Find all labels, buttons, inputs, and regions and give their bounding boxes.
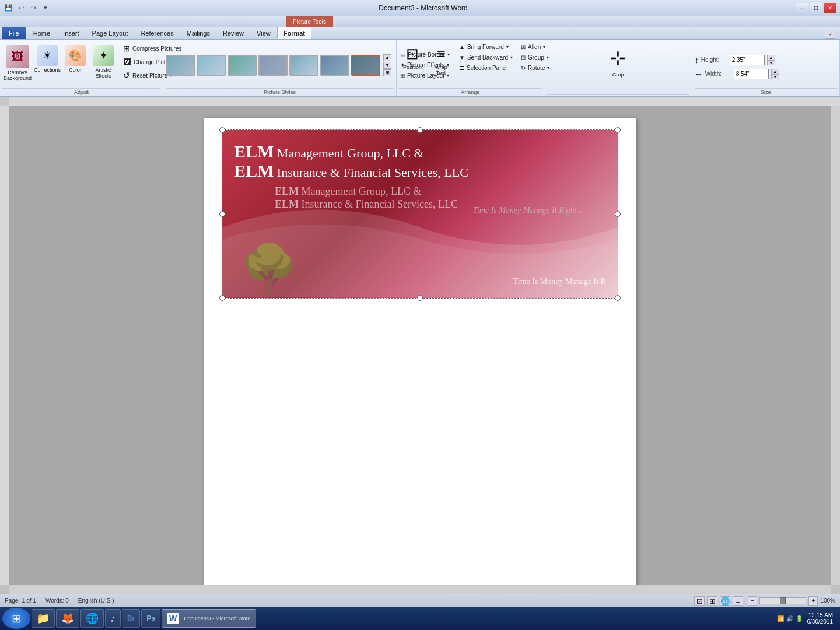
status-left: Page: 1 of 1 Words: 0 English (U.S.) xyxy=(5,597,114,604)
position-btn[interactable]: ⊡ Position xyxy=(399,42,426,79)
page-content[interactable] xyxy=(222,304,618,584)
tab-home[interactable]: Home xyxy=(27,27,57,39)
start-btn[interactable]: ⊞ xyxy=(2,608,30,629)
color-btn[interactable]: 🎨 Color xyxy=(62,42,89,76)
view-btns: ⊡ ⊞ 🌐 ≡ xyxy=(694,596,743,606)
selection-pane-label: Selection Pane xyxy=(467,65,506,71)
taskbar-files-btn[interactable]: 📁 xyxy=(32,609,55,628)
selection-pane-btn[interactable]: ☰ Selection Pane xyxy=(456,63,516,73)
style-thumb-4[interactable] xyxy=(258,55,288,76)
color-icon: 🎨 xyxy=(65,45,86,66)
height-input[interactable] xyxy=(730,55,765,65)
picture-styles-group: ▲ ▼ ⊞ ▭ Picture Border ▾ ✦ P xyxy=(163,40,397,96)
gallery-down-btn[interactable]: ▼ xyxy=(383,62,391,69)
height-up-btn[interactable]: ▲ xyxy=(767,55,775,60)
artistic-effects-btn[interactable]: ✦ ArtisticEffects xyxy=(90,42,117,82)
height-down-btn[interactable]: ▼ xyxy=(767,60,775,65)
ribbon-help-btn[interactable]: ? xyxy=(825,30,835,39)
width-up-btn[interactable]: ▲ xyxy=(771,69,779,74)
words-info: Words: 0 xyxy=(46,597,69,604)
files-icon: 📁 xyxy=(37,612,50,625)
zoom-thumb[interactable] xyxy=(780,597,786,604)
taskbar-photoshop-btn[interactable]: Ps xyxy=(141,609,160,628)
tab-format[interactable]: Format xyxy=(277,27,312,39)
gallery-up-btn[interactable]: ▲ xyxy=(383,54,391,61)
image-container[interactable]: 🌳 ELM Management Group, LLC & ELM Insura… xyxy=(222,130,618,299)
corrections-btn[interactable]: ☀ Corrections xyxy=(34,42,61,76)
scrollbar-horizontal[interactable] xyxy=(9,584,831,594)
taskbar: ⊞ 📁 🦊 🌐 ♪ Br Ps W Document3 - Microsoft … xyxy=(0,607,840,630)
letterhead-text-top: ELM Management Group, LLC & ELM Insuranc… xyxy=(234,142,468,180)
tab-review[interactable]: Review xyxy=(216,27,250,39)
view-print-btn[interactable]: ⊡ xyxy=(694,596,705,606)
styles-gallery: ▲ ▼ ⊞ xyxy=(166,54,391,76)
remove-bg-label: RemoveBackground xyxy=(4,69,32,81)
tab-view[interactable]: View xyxy=(250,27,277,39)
left-ruler xyxy=(0,106,9,584)
width-label: Width: xyxy=(705,71,732,77)
close-btn[interactable]: ✕ xyxy=(824,3,836,13)
taskbar-chrome-btn[interactable]: 🌐 xyxy=(80,609,104,628)
tab-file[interactable]: File xyxy=(2,27,26,39)
undo-quick-btn[interactable]: ↩ xyxy=(16,3,26,13)
photoshop-icon: Ps xyxy=(146,614,155,622)
taskbar-firefox-btn[interactable]: 🦊 xyxy=(56,609,79,628)
zoom-out-btn[interactable]: − xyxy=(748,596,757,606)
style-thumb-2[interactable] xyxy=(197,55,226,76)
send-backward-icon: ▼ xyxy=(459,54,465,61)
tab-page-layout[interactable]: Page Layout xyxy=(86,27,135,39)
height-icon: ↕ xyxy=(695,55,699,65)
height-row: ↕ Height: ▲ ▼ xyxy=(695,55,775,65)
view-draft-btn[interactable]: ≡ xyxy=(733,596,743,606)
send-backward-btn[interactable]: ▼ Send Backward ▾ xyxy=(456,52,516,62)
reset-icon: ↺ xyxy=(123,71,130,80)
style-thumb-1[interactable] xyxy=(166,55,195,76)
align-label: Align xyxy=(528,44,541,50)
tab-references[interactable]: References xyxy=(134,27,180,39)
view-full-btn[interactable]: ⊞ xyxy=(707,596,718,606)
app-window: 💾 ↩ ↪ ▾ Document3 - Microsoft Word ─ □ ✕… xyxy=(0,0,840,630)
ribbon-tab-bar: File Home Insert Page Layout References … xyxy=(0,27,840,40)
page-info: Page: 1 of 1 xyxy=(5,597,36,604)
remove-background-btn[interactable]: 🖼 RemoveBackground xyxy=(2,42,33,84)
firefox-icon: 🦊 xyxy=(61,612,74,625)
taskbar-itunes-btn[interactable]: ♪ xyxy=(105,609,121,628)
document-container[interactable]: 🌳 ELM Management Group, LLC & ELM Insura… xyxy=(9,106,831,584)
style-thumb-7-active[interactable] xyxy=(351,55,380,76)
save-quick-btn[interactable]: 💾 xyxy=(4,3,14,13)
minimize-btn[interactable]: ─ xyxy=(796,3,808,13)
picture-styles-label: Picture Styles xyxy=(166,88,394,96)
tab-insert[interactable]: Insert xyxy=(57,27,86,39)
wrap-text-btn[interactable]: ≡ WrapText xyxy=(428,42,454,79)
itunes-icon: ♪ xyxy=(110,612,116,625)
system-tray: 📶 🔊 🔋 xyxy=(777,615,803,622)
gallery-more-btn[interactable]: ⊞ xyxy=(383,69,391,76)
scrollbar-vertical[interactable] xyxy=(831,106,840,584)
width-input[interactable] xyxy=(734,69,769,79)
bring-forward-btn[interactable]: ▲ Bring Forward ▾ xyxy=(456,42,516,52)
zoom-in-btn[interactable]: + xyxy=(808,596,818,606)
position-icon: ⊡ xyxy=(406,45,419,63)
style-thumb-6[interactable] xyxy=(320,55,349,76)
selection-pane-icon: ☰ xyxy=(459,65,464,71)
letterhead-image[interactable]: 🌳 ELM Management Group, LLC & ELM Insura… xyxy=(222,130,618,299)
taskbar-bridge-btn[interactable]: Br xyxy=(122,609,140,628)
taskbar-right: 📶 🔊 🔋 12:15 AM 6/30/2011 xyxy=(777,612,838,625)
style-thumb-3[interactable] xyxy=(228,55,257,76)
redo-quick-btn[interactable]: ↪ xyxy=(28,3,38,13)
taskbar-word-btn[interactable]: W Document3 - Microsoft Word xyxy=(162,609,256,628)
tab-mailings[interactable]: Mailings xyxy=(180,27,216,39)
crop-group: ⊹ Crop xyxy=(544,40,692,96)
zoom-slider[interactable] xyxy=(760,597,806,604)
rotate-icon: ↻ xyxy=(521,65,526,71)
width-down-btn[interactable]: ▼ xyxy=(771,74,779,79)
style-thumb-5[interactable] xyxy=(289,55,318,76)
restore-btn[interactable]: □ xyxy=(810,3,822,13)
crop-btn[interactable]: ⊹ Crop xyxy=(601,42,635,80)
more-quick-btn[interactable]: ▾ xyxy=(40,3,51,13)
size-group: ↕ Height: ▲ ▼ ↔ Width: ▲ ▼ xyxy=(692,40,840,96)
zoom-control: − + 100% xyxy=(748,596,835,606)
letterhead-bg: 🌳 ELM Management Group, LLC & ELM Insura… xyxy=(222,130,618,298)
rotate-label: Rotate xyxy=(528,65,545,71)
view-web-btn[interactable]: 🌐 xyxy=(720,596,730,606)
